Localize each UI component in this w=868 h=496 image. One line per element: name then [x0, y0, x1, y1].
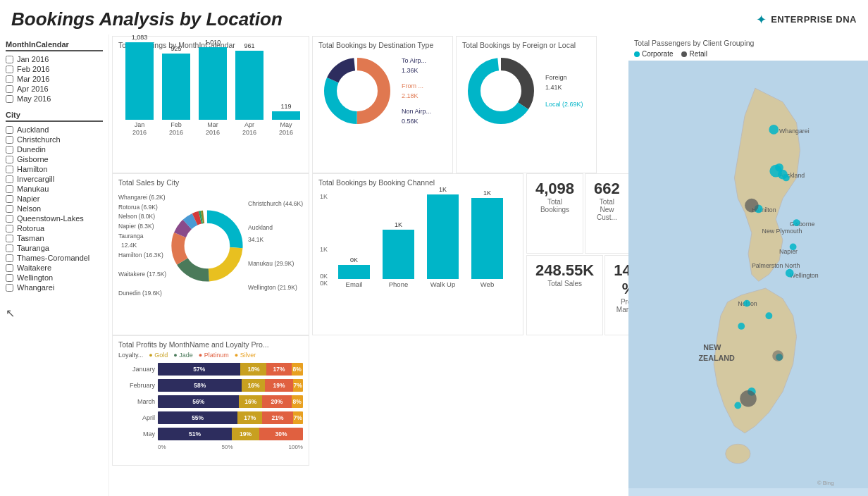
city-filter-item[interactable]: Rotorua: [6, 223, 103, 233]
loyalty-label-prefix: Loyalty...: [118, 352, 143, 359]
city-filter-item[interactable]: Hamilton: [6, 164, 103, 174]
month-checkbox[interactable]: [6, 95, 13, 103]
silver-segment: 8%: [292, 395, 303, 408]
map-dot-whangarei: [769, 125, 779, 135]
city-checkbox[interactable]: [6, 185, 13, 193]
platinum-pct-label: 21%: [271, 414, 283, 421]
gold-pct-label: 19%: [240, 430, 252, 438]
city-filter-item[interactable]: Auckland: [6, 125, 103, 135]
sales-city-labels-right: Christchurch (44.6K) Auckland 34.1K Manu…: [248, 198, 303, 294]
city-checkbox[interactable]: [6, 195, 13, 203]
dark-pct-label: 51%: [189, 430, 201, 438]
booking-channel-area: 1K 1K 0K 0K 0K Email 1K Phone 1K Walk Up…: [318, 190, 517, 302]
month-filter-item[interactable]: May 2016: [6, 94, 103, 104]
map-dot-wellington: [786, 269, 794, 278]
city-checkbox[interactable]: [6, 175, 13, 183]
month-filter-item[interactable]: Feb 2016: [6, 64, 103, 74]
month-checkbox[interactable]: [6, 56, 13, 63]
logo-area: ✦ ENTERPRISE DNA: [756, 12, 857, 27]
dest-label-6: 0.56K: [402, 118, 431, 125]
map-dot-auckland4: [783, 175, 790, 182]
stacked-bar-track: 51%19%30%: [158, 428, 303, 440]
month-checkbox[interactable]: [6, 75, 13, 83]
x-label-50: 50%: [222, 444, 233, 450]
bar-rect: [235, 51, 264, 120]
city-checkbox[interactable]: [6, 126, 13, 134]
destination-type-chart: Total Bookings by Destination Type: [312, 36, 453, 173]
charts-row-1: Total Bookings by MonthInCalendar 1,083 …: [112, 36, 626, 173]
bar-value: 1,083: [132, 35, 148, 41]
city-filter-item[interactable]: Tasman: [6, 233, 103, 243]
map-dot-blenheim: [765, 312, 772, 319]
bar-month-label: Feb2016: [169, 121, 183, 137]
right-panel: Total Passengers by Client Grouping Corp…: [628, 35, 868, 496]
bar-rect: [199, 47, 227, 120]
city-filter-item[interactable]: Waitakere: [6, 263, 103, 273]
month-filter-item[interactable]: Mar 2016: [6, 74, 103, 84]
kpi-label: Total New Cust...: [594, 198, 620, 221]
monthly-bar-group: 1,010 Mar2016: [199, 39, 227, 137]
city-filter-item[interactable]: Tauranga: [6, 243, 103, 253]
cursor-indicator: ↖: [6, 306, 103, 320]
city-checkbox[interactable]: [6, 235, 13, 242]
kpi-box: 662 Total New Cust...: [585, 173, 628, 254]
x-label-100: 100%: [289, 444, 303, 450]
month-checkbox[interactable]: [6, 85, 13, 93]
svg-point-16: [185, 223, 230, 268]
month-filter-item[interactable]: Apr 2016: [6, 84, 103, 94]
x-axis-labels: 0% 50% 100%: [118, 444, 303, 450]
city-checkbox[interactable]: [6, 225, 13, 232]
month-label: Jan 2016: [17, 55, 49, 63]
city-checkbox[interactable]: [6, 205, 13, 213]
city-filter-item[interactable]: Queenstown-Lakes: [6, 213, 103, 223]
bar-rect: [162, 54, 190, 120]
dark-pct-label: 58%: [194, 382, 206, 389]
city-filter-item[interactable]: Manukau: [6, 184, 103, 194]
svg-point-6: [483, 73, 519, 108]
city-checkbox[interactable]: [6, 156, 13, 163]
city-checkbox[interactable]: [6, 264, 13, 272]
sales-city-title: Total Sales by City: [118, 178, 303, 187]
map-retail-dot-invercargill: [740, 390, 756, 407]
foreign-local-donut-svg: [462, 52, 540, 130]
city-filter-item[interactable]: Thames-Coromandel: [6, 253, 103, 263]
city-label: Christchurch: [17, 135, 61, 144]
city-checkbox[interactable]: [6, 166, 13, 173]
month-checkbox[interactable]: [6, 66, 13, 73]
city-spacer: [118, 260, 166, 270]
city-checkbox[interactable]: [6, 284, 13, 292]
city-filter-item[interactable]: Wellington: [6, 273, 103, 283]
retail-label: Retail: [689, 50, 707, 58]
city-checkbox[interactable]: [6, 254, 13, 262]
monthly-bar-chart: 1,083 Jan2016 925 Feb2016 1,010 Mar2016 …: [118, 52, 303, 137]
silver-legend: ● Silver: [235, 352, 256, 359]
city-label-waitakere: Waitakere (17.5K): [118, 270, 166, 280]
city-filter-item[interactable]: Dunedin: [6, 144, 103, 154]
charts-row-2: Total Sales by City Whangarei (6.2K) Rot…: [112, 173, 626, 335]
kpi-value: 4,098: [535, 180, 574, 198]
city-filter-item[interactable]: Napier: [6, 194, 103, 204]
stacked-bar-track: 55%17%21%7%: [158, 411, 303, 424]
city-filter-item[interactable]: Invercargill: [6, 174, 103, 184]
map-dot-napier: [790, 243, 797, 250]
bar-rect: [125, 42, 154, 120]
city-filter-item[interactable]: Nelson: [6, 204, 103, 213]
stacked-bar-month-label: May: [118, 430, 155, 438]
city-label-hamilton: Hamilton (16.3K): [118, 251, 166, 261]
kpi-value: 14.5 %: [614, 261, 628, 298]
city-checkbox[interactable]: [6, 136, 13, 144]
kpi-box: 14.5 % Profit Margins: [604, 255, 628, 335]
dark-pct-label: 57%: [193, 366, 205, 373]
jade-legend: ● Jade: [173, 352, 192, 359]
city-filter-item[interactable]: Gisborne: [6, 154, 103, 164]
city-checkbox[interactable]: [6, 244, 13, 252]
city-checkbox[interactable]: [6, 215, 13, 223]
city-checkbox[interactable]: [6, 274, 13, 282]
month-label: Apr 2016: [17, 85, 49, 93]
city-filter-item[interactable]: Christchurch: [6, 135, 103, 144]
month-filter-item[interactable]: Jan 2016: [6, 54, 103, 64]
stacked-bar-month-label: January: [118, 366, 155, 373]
city-checkbox[interactable]: [6, 146, 13, 154]
kpi-label: Profit Margins: [614, 298, 628, 314]
city-filter-item[interactable]: Whangarei: [6, 283, 103, 292]
